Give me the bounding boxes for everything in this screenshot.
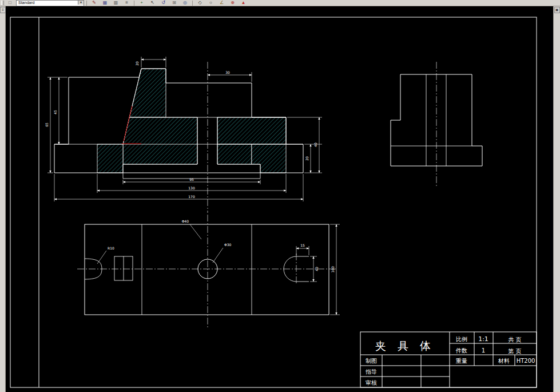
dim-label: Φ40 <box>182 219 189 223</box>
toolbar-grip[interactable] <box>1 1 4 5</box>
hatch-region <box>129 69 166 117</box>
qty-value: 1 <box>482 347 485 354</box>
right-toolbar-handle-icon[interactable]: ▣ <box>554 7 560 13</box>
top-toolbar: □ Standard ▾ ✎ ▦ ▩ ≡ + ↖ ↺ ⊞ ◎ ◇ ○ ∠ ⊕ ▲ <box>0 0 560 6</box>
target-icon[interactable]: ⊕ <box>228 0 237 6</box>
dim-label: R10 <box>108 246 114 250</box>
material-label: 材料 <box>498 358 510 364</box>
new-file-icon[interactable]: □ <box>5 0 15 6</box>
material-value: HT200 <box>517 358 535 364</box>
weight-label: 重量 <box>455 358 467 364</box>
part-outline <box>85 224 329 315</box>
dim-label: 40 <box>315 267 319 271</box>
dim-label: 170 <box>188 195 195 199</box>
cursor-icon[interactable]: ↖ <box>148 0 157 6</box>
right-toolbar: ▣ <box>553 6 560 392</box>
dim-label: 130 <box>188 186 195 190</box>
dim-label: Φ30 <box>224 243 232 247</box>
left-slot <box>114 256 133 280</box>
flag-icon[interactable]: ▲ <box>239 0 248 6</box>
toolbar-separator <box>134 1 134 6</box>
hatch-region <box>217 144 252 164</box>
internal-edges <box>142 224 252 315</box>
angle-icon[interactable]: ∠ <box>217 0 227 6</box>
dim-label: 160 <box>331 266 335 273</box>
circle-icon[interactable]: ○ <box>206 0 216 6</box>
part-name: 夹 具 体 <box>375 339 435 352</box>
dim-label: 20 <box>135 61 139 66</box>
chevron-down-icon[interactable]: ▾ <box>78 1 84 5</box>
layers-icon[interactable]: ≡ <box>122 0 132 6</box>
hatch-region <box>217 117 286 144</box>
check-label: 审核 <box>366 379 377 386</box>
dim-label: 45 <box>53 110 57 114</box>
plan-view: Φ30 Φ40 R10 15 40 160 <box>77 215 340 329</box>
title-block: 夹 具 体 比例 1:1 共 页 件数 1 第 页 制图 指导 审核 重量 材料… <box>360 332 537 387</box>
internal-edges <box>391 74 472 166</box>
front-section-view: 20 30 65 45 20 40 95 130 <box>45 57 322 213</box>
page-label: 第 页 <box>508 348 521 354</box>
drawn-label: 制图 <box>366 358 377 364</box>
pencil-icon[interactable]: ✎ <box>89 0 99 6</box>
guide-label: 指导 <box>366 369 377 375</box>
dim-label: 30 <box>225 70 230 74</box>
dim-label: 65 <box>45 122 49 127</box>
undo-icon[interactable]: ↺ <box>158 0 168 6</box>
text-style-value: Standard <box>18 1 34 5</box>
hatch-region <box>97 144 123 173</box>
plus-icon[interactable]: + <box>137 0 146 6</box>
dim-label: 40 <box>313 142 317 147</box>
grid-icon[interactable]: ⊞ <box>169 0 179 6</box>
hatch-region <box>252 144 286 173</box>
scale-label: 比例 <box>456 336 467 342</box>
left-toolbar-handle-icon[interactable]: ≡ <box>0 7 6 13</box>
dim-label: 15 <box>300 243 305 247</box>
hatch-region <box>123 117 197 164</box>
qty-label: 件数 <box>455 347 467 354</box>
pages-label: 共 页 <box>508 336 521 343</box>
toolbar-separator <box>192 1 193 6</box>
text-style-dropdown[interactable]: Standard ▾ <box>16 0 84 6</box>
toolbar-separator <box>86 1 87 6</box>
osnap-icon[interactable]: ◇ <box>195 0 205 6</box>
palette-icon[interactable]: ▩ <box>111 0 121 6</box>
dim-label: 20 <box>305 156 309 161</box>
zoom-icon[interactable]: ◎ <box>180 0 190 6</box>
drawing-canvas[interactable]: 20 30 65 45 20 40 95 130 <box>6 6 553 392</box>
scale-value: 1:1 <box>478 335 488 343</box>
side-view <box>391 62 482 186</box>
dim-label: 95 <box>189 177 194 181</box>
table-icon[interactable]: ▦ <box>100 0 110 6</box>
plan-dimensions: Φ30 Φ40 R10 15 40 160 <box>97 219 340 315</box>
left-toolbar: ≡ <box>0 6 6 392</box>
base-groove <box>123 164 260 179</box>
